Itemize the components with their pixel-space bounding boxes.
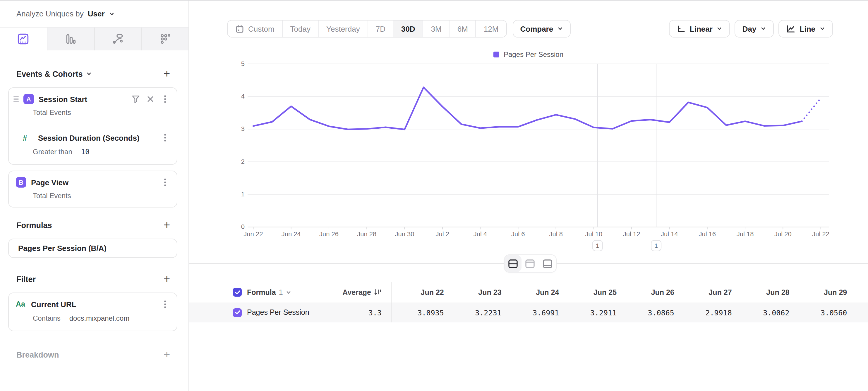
date-value-cell: 3.2911 xyxy=(564,308,622,317)
tab-funnels[interactable] xyxy=(47,28,94,50)
funnel-icon xyxy=(131,95,140,103)
filter-section-header: Filter + xyxy=(0,273,188,285)
date-column-header[interactable]: Jun 24 xyxy=(507,288,564,296)
annotation-chip-label: 1 xyxy=(596,242,599,249)
average-column-header[interactable]: Average xyxy=(342,288,382,296)
range-12m[interactable]: 12M xyxy=(475,21,506,37)
layout-table-toggle[interactable] xyxy=(539,255,556,272)
line-chart[interactable]: 012345Jun 22Jun 24Jun 26Jun 28Jun 30Jul … xyxy=(189,59,868,261)
compare-button[interactable]: Compare xyxy=(513,20,571,37)
flow-icon xyxy=(112,33,124,45)
x-axis-label: Jul 12 xyxy=(623,230,640,238)
range-30d[interactable]: 30D xyxy=(393,21,423,37)
legend-label[interactable]: Pages Per Session xyxy=(504,50,563,59)
event-measure[interactable]: Total Events xyxy=(33,108,170,117)
row-checkbox[interactable] xyxy=(233,308,242,317)
calendar-icon xyxy=(235,24,244,33)
date-value-cell: 3.0560 xyxy=(795,308,852,317)
x-axis-label: Jun 24 xyxy=(282,230,301,238)
chevron-down-icon xyxy=(86,71,92,77)
layout-chart-toggle[interactable] xyxy=(522,255,539,272)
property-row[interactable]: # Session Duration (Seconds) xyxy=(9,124,177,144)
add-event-button[interactable]: + xyxy=(160,67,173,80)
add-filter-button[interactable]: + xyxy=(160,273,173,285)
interval-button[interactable]: Day xyxy=(735,20,774,37)
y-axis-label: 5 xyxy=(241,60,245,67)
add-breakdown-button[interactable]: + xyxy=(160,348,173,361)
filter-event-button[interactable] xyxy=(130,94,141,104)
remove-event-button[interactable] xyxy=(145,94,155,104)
x-axis-label: Jun 22 xyxy=(244,230,263,238)
chart-legend: Pages Per Session xyxy=(189,50,868,59)
series-line-incomplete[interactable] xyxy=(802,98,821,121)
results-table: Formula 1 Average Jun 22Jun 23Jun 24Jun … xyxy=(189,282,868,323)
range-6m[interactable]: 6M xyxy=(449,21,475,37)
chevron-down-icon xyxy=(286,289,292,295)
tab-flows[interactable] xyxy=(94,28,141,50)
scale-button[interactable]: Linear xyxy=(669,20,730,37)
event-letter-badge: A xyxy=(23,94,34,104)
layout-split-toggle[interactable] xyxy=(504,255,522,272)
series-line[interactable] xyxy=(253,87,802,130)
property-options-button[interactable] xyxy=(160,133,170,143)
date-column-header[interactable]: Jun 23 xyxy=(449,288,507,296)
event-name[interactable]: Session Start xyxy=(39,95,126,104)
date-column-header[interactable]: Jun 25 xyxy=(564,288,622,296)
query-builder-body: Events & Cohorts + A Session Start xyxy=(0,50,188,391)
events-section-title[interactable]: Events & Cohorts xyxy=(17,69,83,78)
filter-operator[interactable]: Contains xyxy=(33,314,61,323)
filter-property-name[interactable]: Current URL xyxy=(31,300,155,309)
events-section-header: Events & Cohorts + xyxy=(0,68,188,80)
table-data-row[interactable]: Pages Per Session 3.3 3.09353.22313.6991… xyxy=(189,303,868,323)
filter-value[interactable]: docs.mixpanel.com xyxy=(69,314,129,323)
property-operator[interactable]: Greater than xyxy=(33,148,72,156)
formulas-section-title: Formulas xyxy=(17,221,52,229)
event-measure[interactable]: Total Events xyxy=(33,192,170,200)
filter-options-button[interactable] xyxy=(160,299,170,309)
series-selector[interactable]: Formula 1 xyxy=(247,288,337,296)
event-options-button[interactable] xyxy=(160,94,170,104)
event-options-button[interactable] xyxy=(160,177,170,187)
event-name[interactable]: Page View xyxy=(31,178,155,187)
date-column-header[interactable]: Jun 22 xyxy=(392,288,449,296)
event-card-session-start: A Session Start Total Events # xyxy=(8,87,177,165)
y-axis-label: 1 xyxy=(241,191,245,198)
range-yesterday[interactable]: Yesterday xyxy=(318,21,368,37)
filter-row[interactable]: Aa Current URL xyxy=(9,293,177,310)
x-axis-label: Jul 4 xyxy=(473,230,487,238)
tab-insights[interactable] xyxy=(0,28,47,50)
event-row[interactable]: B Page View xyxy=(9,171,177,188)
analyze-value-dropdown[interactable]: User xyxy=(88,9,105,18)
drag-handle-icon[interactable] xyxy=(13,96,19,102)
date-column-header[interactable]: Jun 29 xyxy=(795,288,852,296)
breakdown-section-header: Breakdown + xyxy=(0,349,188,361)
tab-retention[interactable] xyxy=(141,28,189,50)
layout-toggle-group xyxy=(504,255,556,272)
range-3m[interactable]: 3M xyxy=(423,21,449,37)
x-axis-label: Jul 20 xyxy=(774,230,792,238)
add-formula-button[interactable]: + xyxy=(160,219,173,231)
split-view-icon xyxy=(508,259,518,268)
report-type-tabs xyxy=(0,28,188,50)
x-axis-label: Jul 16 xyxy=(699,230,716,238)
x-axis-label: Jul 2 xyxy=(436,230,449,238)
date-column-header[interactable]: Jun 27 xyxy=(680,288,737,296)
table-view-icon xyxy=(542,259,553,268)
chart-type-button[interactable]: Line xyxy=(779,20,833,37)
chevron-down-icon xyxy=(109,11,115,17)
property-value[interactable]: 10 xyxy=(81,148,90,156)
formula-field[interactable]: Pages Per Session (B/A) xyxy=(8,239,177,258)
table-header-row: Formula 1 Average Jun 22Jun 23Jun 24Jun … xyxy=(189,282,868,303)
range-custom[interactable]: Custom xyxy=(228,21,282,37)
range-today[interactable]: Today xyxy=(282,21,318,37)
report-main: Custom Today Yesterday 7D 30D 3M 6M 12M … xyxy=(189,1,868,391)
sort-icon xyxy=(374,288,382,296)
date-column-header[interactable]: Jun 28 xyxy=(737,288,795,296)
select-all-checkbox[interactable] xyxy=(233,288,242,297)
property-name[interactable]: Session Duration (Seconds) xyxy=(38,133,155,142)
kebab-menu-icon xyxy=(163,300,166,308)
x-axis-label: Jun 26 xyxy=(319,230,339,238)
event-row[interactable]: A Session Start xyxy=(9,88,177,105)
range-7d[interactable]: 7D xyxy=(368,21,393,37)
date-column-header[interactable]: Jun 26 xyxy=(622,288,680,296)
